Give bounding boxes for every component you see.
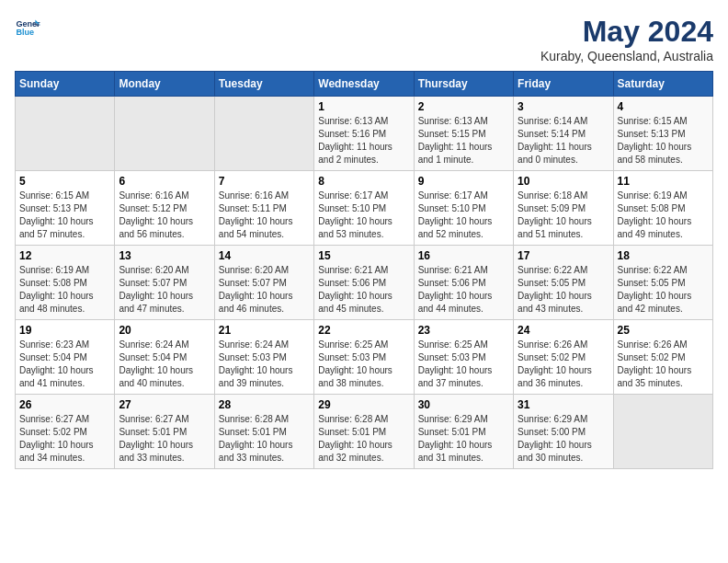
day-info: Sunrise: 6:28 AMSunset: 5:01 PMDaylight:… xyxy=(219,413,310,465)
day-cell xyxy=(613,395,712,469)
day-cell: 12Sunrise: 6:19 AMSunset: 5:08 PMDayligh… xyxy=(16,246,115,320)
header-wednesday: Wednesday xyxy=(314,72,414,97)
logo-icon: General Blue xyxy=(15,15,40,40)
day-info: Sunrise: 6:20 AMSunset: 5:07 PMDaylight:… xyxy=(119,264,210,316)
page-header: General Blue May 2024 Kuraby, Queensland… xyxy=(15,15,713,63)
day-number: 15 xyxy=(318,249,409,262)
day-cell: 8Sunrise: 6:17 AMSunset: 5:10 PMDaylight… xyxy=(314,171,414,246)
header-saturday: Saturday xyxy=(613,72,712,97)
header-thursday: Thursday xyxy=(414,72,513,97)
day-number: 12 xyxy=(19,249,110,262)
day-number: 24 xyxy=(518,324,609,337)
day-number: 7 xyxy=(219,175,310,188)
day-info: Sunrise: 6:27 AMSunset: 5:02 PMDaylight:… xyxy=(19,413,110,465)
day-info: Sunrise: 6:16 AMSunset: 5:12 PMDaylight:… xyxy=(119,190,210,241)
day-cell: 23Sunrise: 6:25 AMSunset: 5:03 PMDayligh… xyxy=(414,320,513,395)
day-number: 20 xyxy=(119,324,210,337)
header-row: SundayMondayTuesdayWednesdayThursdayFrid… xyxy=(16,72,713,97)
main-title: May 2024 xyxy=(540,15,713,49)
header-monday: Monday xyxy=(115,72,214,97)
day-cell: 3Sunrise: 6:14 AMSunset: 5:14 PMDaylight… xyxy=(514,97,613,171)
day-info: Sunrise: 6:15 AMSunset: 5:13 PMDaylight:… xyxy=(19,190,110,241)
day-info: Sunrise: 6:25 AMSunset: 5:03 PMDaylight:… xyxy=(318,339,409,390)
day-number: 25 xyxy=(618,324,709,337)
day-cell: 27Sunrise: 6:27 AMSunset: 5:01 PMDayligh… xyxy=(115,395,214,469)
day-info: Sunrise: 6:14 AMSunset: 5:14 PMDaylight:… xyxy=(518,115,609,167)
day-cell: 18Sunrise: 6:22 AMSunset: 5:05 PMDayligh… xyxy=(613,246,712,320)
day-number: 21 xyxy=(219,324,310,337)
day-info: Sunrise: 6:19 AMSunset: 5:08 PMDaylight:… xyxy=(19,264,110,316)
day-info: Sunrise: 6:17 AMSunset: 5:10 PMDaylight:… xyxy=(418,190,509,241)
day-info: Sunrise: 6:29 AMSunset: 5:00 PMDaylight:… xyxy=(518,413,609,465)
day-cell xyxy=(214,97,313,171)
day-number: 11 xyxy=(618,175,709,188)
day-number: 23 xyxy=(418,324,509,337)
day-info: Sunrise: 6:28 AMSunset: 5:01 PMDaylight:… xyxy=(318,413,409,465)
day-info: Sunrise: 6:22 AMSunset: 5:05 PMDaylight:… xyxy=(618,264,709,316)
day-number: 16 xyxy=(418,249,509,262)
week-row-2: 5Sunrise: 6:15 AMSunset: 5:13 PMDaylight… xyxy=(16,171,713,246)
day-info: Sunrise: 6:17 AMSunset: 5:10 PMDaylight:… xyxy=(318,190,409,241)
day-info: Sunrise: 6:13 AMSunset: 5:15 PMDaylight:… xyxy=(418,115,509,167)
day-cell: 4Sunrise: 6:15 AMSunset: 5:13 PMDaylight… xyxy=(613,97,712,171)
day-cell: 29Sunrise: 6:28 AMSunset: 5:01 PMDayligh… xyxy=(314,395,414,469)
day-cell: 26Sunrise: 6:27 AMSunset: 5:02 PMDayligh… xyxy=(16,395,115,469)
day-cell xyxy=(16,97,115,171)
day-number: 31 xyxy=(518,398,609,411)
day-info: Sunrise: 6:26 AMSunset: 5:02 PMDaylight:… xyxy=(618,339,709,390)
day-number: 1 xyxy=(318,100,409,113)
svg-text:General: General xyxy=(16,19,40,29)
day-info: Sunrise: 6:21 AMSunset: 5:06 PMDaylight:… xyxy=(418,264,509,316)
day-number: 8 xyxy=(318,175,409,188)
day-number: 6 xyxy=(119,175,210,188)
day-cell: 5Sunrise: 6:15 AMSunset: 5:13 PMDaylight… xyxy=(16,171,115,246)
day-cell: 9Sunrise: 6:17 AMSunset: 5:10 PMDaylight… xyxy=(414,171,513,246)
day-info: Sunrise: 6:16 AMSunset: 5:11 PMDaylight:… xyxy=(219,190,310,241)
day-info: Sunrise: 6:23 AMSunset: 5:04 PMDaylight:… xyxy=(19,339,110,390)
day-cell: 1Sunrise: 6:13 AMSunset: 5:16 PMDaylight… xyxy=(314,97,414,171)
day-cell: 11Sunrise: 6:19 AMSunset: 5:08 PMDayligh… xyxy=(613,171,712,246)
day-cell: 6Sunrise: 6:16 AMSunset: 5:12 PMDaylight… xyxy=(115,171,214,246)
day-number: 4 xyxy=(618,100,709,113)
subtitle: Kuraby, Queensland, Australia xyxy=(540,49,713,63)
day-info: Sunrise: 6:19 AMSunset: 5:08 PMDaylight:… xyxy=(618,190,709,241)
day-info: Sunrise: 6:22 AMSunset: 5:05 PMDaylight:… xyxy=(518,264,609,316)
day-number: 17 xyxy=(518,249,609,262)
day-number: 22 xyxy=(318,324,409,337)
header-sunday: Sunday xyxy=(16,72,115,97)
day-info: Sunrise: 6:20 AMSunset: 5:07 PMDaylight:… xyxy=(219,264,310,316)
day-cell: 21Sunrise: 6:24 AMSunset: 5:03 PMDayligh… xyxy=(214,320,313,395)
day-number: 28 xyxy=(219,398,310,411)
week-row-5: 26Sunrise: 6:27 AMSunset: 5:02 PMDayligh… xyxy=(16,395,713,469)
day-cell: 22Sunrise: 6:25 AMSunset: 5:03 PMDayligh… xyxy=(314,320,414,395)
day-number: 19 xyxy=(19,324,110,337)
day-cell: 25Sunrise: 6:26 AMSunset: 5:02 PMDayligh… xyxy=(613,320,712,395)
day-number: 18 xyxy=(618,249,709,262)
day-cell: 13Sunrise: 6:20 AMSunset: 5:07 PMDayligh… xyxy=(115,246,214,320)
day-cell: 17Sunrise: 6:22 AMSunset: 5:05 PMDayligh… xyxy=(514,246,613,320)
day-cell: 31Sunrise: 6:29 AMSunset: 5:00 PMDayligh… xyxy=(514,395,613,469)
week-row-4: 19Sunrise: 6:23 AMSunset: 5:04 PMDayligh… xyxy=(16,320,713,395)
day-cell: 19Sunrise: 6:23 AMSunset: 5:04 PMDayligh… xyxy=(16,320,115,395)
day-cell: 24Sunrise: 6:26 AMSunset: 5:02 PMDayligh… xyxy=(514,320,613,395)
day-number: 9 xyxy=(418,175,509,188)
day-info: Sunrise: 6:15 AMSunset: 5:13 PMDaylight:… xyxy=(618,115,709,167)
day-cell: 2Sunrise: 6:13 AMSunset: 5:15 PMDaylight… xyxy=(414,97,513,171)
day-info: Sunrise: 6:24 AMSunset: 5:03 PMDaylight:… xyxy=(219,339,310,390)
svg-text:Blue: Blue xyxy=(16,28,34,37)
day-info: Sunrise: 6:26 AMSunset: 5:02 PMDaylight:… xyxy=(518,339,609,390)
day-number: 13 xyxy=(119,249,210,262)
day-info: Sunrise: 6:25 AMSunset: 5:03 PMDaylight:… xyxy=(418,339,509,390)
day-info: Sunrise: 6:21 AMSunset: 5:06 PMDaylight:… xyxy=(318,264,409,316)
day-number: 10 xyxy=(518,175,609,188)
title-area: May 2024 Kuraby, Queensland, Australia xyxy=(540,15,713,63)
week-row-1: 1Sunrise: 6:13 AMSunset: 5:16 PMDaylight… xyxy=(16,97,713,171)
day-info: Sunrise: 6:27 AMSunset: 5:01 PMDaylight:… xyxy=(119,413,210,465)
day-info: Sunrise: 6:24 AMSunset: 5:04 PMDaylight:… xyxy=(119,339,210,390)
day-info: Sunrise: 6:13 AMSunset: 5:16 PMDaylight:… xyxy=(318,115,409,167)
day-number: 5 xyxy=(19,175,110,188)
day-info: Sunrise: 6:18 AMSunset: 5:09 PMDaylight:… xyxy=(518,190,609,241)
week-row-3: 12Sunrise: 6:19 AMSunset: 5:08 PMDayligh… xyxy=(16,246,713,320)
day-cell: 15Sunrise: 6:21 AMSunset: 5:06 PMDayligh… xyxy=(314,246,414,320)
day-number: 2 xyxy=(418,100,509,113)
